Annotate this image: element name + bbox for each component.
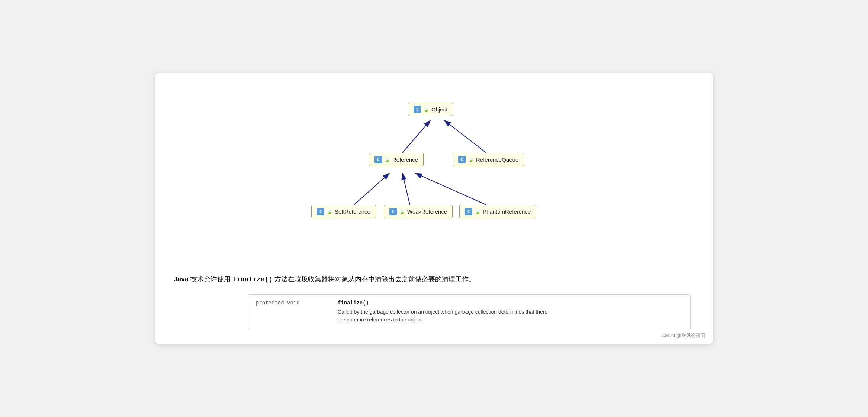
- node-weakreference: C 🍃 WeakReference: [384, 205, 453, 218]
- code-method-name: finalize(): [338, 300, 547, 306]
- node-object: C 🍃 Object: [408, 103, 453, 116]
- node-softreference: C 🍃 SoftReference: [311, 205, 376, 218]
- object-label: Object: [431, 106, 447, 113]
- arrows-svg: [293, 95, 575, 255]
- object-c-badge: C: [414, 106, 421, 113]
- reference-leaf-icon: 🍃: [384, 157, 390, 162]
- intro-paragraph: Java 技术允许使用 finalize() 方法在垃圾收集器将对象从内存中清除…: [174, 274, 694, 285]
- main-card: C 🍃 Object C 🍃 Reference C 🍃 ReferenceQu…: [155, 73, 713, 344]
- svg-line-5: [415, 173, 486, 205]
- svg-line-2: [444, 120, 486, 153]
- code-description: Called by the garbage collector on an ob…: [338, 308, 547, 324]
- code-table-row: protected void finalize() Called by the …: [248, 295, 690, 329]
- watermark: CSDN @乘风会落雨: [661, 332, 705, 339]
- text-section: Java 技术允许使用 finalize() 方法在垃圾收集器将对象从内存中清除…: [174, 270, 694, 329]
- phantom-label: PhantomReference: [483, 208, 531, 215]
- intro-text-part1: 技术允许使用: [190, 275, 232, 283]
- finalize-method: finalize(): [232, 276, 273, 283]
- weak-label: WeakReference: [407, 208, 447, 215]
- node-reference: C 🍃 Reference: [369, 153, 424, 166]
- soft-leaf-icon: 🍃: [327, 209, 332, 214]
- diagram-container: C 🍃 Object C 🍃 Reference C 🍃 ReferenceQu…: [293, 95, 575, 255]
- object-leaf-icon: 🍃: [423, 107, 429, 112]
- soft-c-badge: C: [317, 208, 324, 215]
- weak-leaf-icon: 🍃: [399, 209, 405, 214]
- code-table: protected void finalize() Called by the …: [248, 294, 691, 329]
- node-phantomreference: C 🍃 PhantomReference: [459, 205, 536, 218]
- weak-c-badge: C: [389, 208, 397, 215]
- reference-c-badge: C: [374, 156, 382, 163]
- soft-label: SoftReference: [335, 208, 370, 215]
- java-word: Java: [174, 275, 189, 283]
- phantom-leaf-icon: 🍃: [475, 209, 480, 214]
- diagram-area: C 🍃 Object C 🍃 Reference C 🍃 ReferenceQu…: [174, 88, 694, 259]
- node-referencequeue: C 🍃 ReferenceQueue: [453, 153, 524, 166]
- desc-line1: Called by the garbage collector on an ob…: [338, 309, 547, 315]
- refqueue-leaf-icon: 🍃: [468, 157, 474, 162]
- code-modifier: protected void: [256, 300, 323, 324]
- code-cell-right: finalize() Called by the garbage collect…: [338, 300, 547, 324]
- phantom-c-badge: C: [465, 208, 472, 215]
- reference-label: Reference: [392, 156, 418, 163]
- svg-line-1: [402, 120, 430, 153]
- desc-line2: are no more references to the object.: [338, 317, 423, 323]
- svg-line-4: [402, 173, 410, 205]
- intro-text-part2: 方法在垃圾收集器将对象从内存中清除出去之前做必要的清理工作。: [274, 275, 475, 283]
- refqueue-label: ReferenceQueue: [476, 156, 518, 163]
- svg-line-3: [354, 173, 389, 205]
- refqueue-c-badge: C: [458, 156, 466, 163]
